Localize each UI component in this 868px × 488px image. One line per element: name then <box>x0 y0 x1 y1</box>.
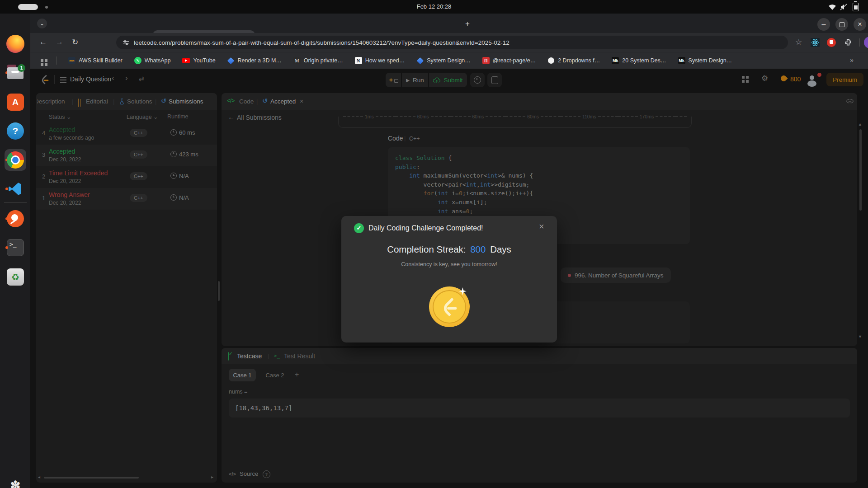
dialog-title: Daily Coding Challenge Completed! <box>368 224 483 232</box>
dialog-subtitle: Consistency is key, see you tomorrow! <box>341 261 557 267</box>
browser-tab-bar: ⌄ H Overview | Hostinger × Max Sum of a … <box>30 14 868 33</box>
bookmark-howwesped[interactable]: NHow we sped… <box>355 57 405 64</box>
leetcoin-logo <box>439 296 460 317</box>
mk-icon: Mk <box>678 57 685 64</box>
site-info-icon[interactable] <box>123 39 129 46</box>
dock-item-files[interactable]: 1 <box>5 62 26 84</box>
bookmark-sysdesign1[interactable]: System Design… <box>416 57 471 64</box>
react-devtools-icon[interactable] <box>811 38 820 47</box>
dialog-close-icon[interactable]: × <box>539 221 544 232</box>
browser-toolbar: ← → ↻ leetcode.com/problems/max-sum-of-a… <box>30 33 868 52</box>
youtube-icon <box>182 58 190 63</box>
volume-muted-icon[interactable] <box>840 3 848 11</box>
chrome-icon <box>7 151 24 169</box>
system-clock[interactable]: Feb 12 20:28 <box>0 0 868 14</box>
streak-dialog: Daily Coding Challenge Completed! × Comp… <box>341 216 557 343</box>
bookmark-whatsapp[interactable]: WhatsApp <box>134 57 171 64</box>
url-text: leetcode.com/problems/max-sum-of-a-pair-… <box>134 39 509 46</box>
window-close-button[interactable]: × <box>854 18 866 31</box>
terminal-icon: >_ <box>7 239 24 256</box>
forward-icon[interactable]: → <box>56 38 63 47</box>
tab-search-button[interactable]: ⌄ <box>37 19 47 28</box>
help-icon: ? <box>7 122 24 140</box>
notion-icon: N <box>355 57 362 64</box>
bookmark-origin[interactable]: MOrigin private… <box>293 57 343 64</box>
new-tab-button[interactable]: + <box>465 19 470 28</box>
back-icon[interactable]: ← <box>39 38 47 47</box>
show-apps-icon: ✽ <box>10 478 20 488</box>
toolbar-divider <box>859 38 860 47</box>
bookmark-aws[interactable]: awsAWS Skill Builder <box>68 57 123 64</box>
reload-icon[interactable]: ↻ <box>72 38 78 47</box>
system-top-bar: Feb 12 20:28 <box>0 0 868 14</box>
bookmarks-overflow-chevron[interactable]: » <box>850 56 854 64</box>
software-store-icon: A <box>7 94 24 111</box>
bookmark-sysdesign2[interactable]: MkSystem Design… <box>678 57 732 64</box>
dock-item-postman[interactable] <box>5 208 26 230</box>
screen: Feb 12 20:28 1 A ? <box>0 0 868 488</box>
apps-grid-icon[interactable] <box>41 59 43 62</box>
battery-icon[interactable] <box>853 3 859 11</box>
dock-item-terminal[interactable]: >_ <box>5 237 26 258</box>
url-bar[interactable]: leetcode.com/problems/max-sum-of-a-pair-… <box>116 36 788 49</box>
dock-divider <box>4 202 27 203</box>
extensions-puzzle-icon[interactable] <box>844 38 852 47</box>
dock-item-show-apps[interactable]: ✽ <box>5 474 26 488</box>
diamond-icon <box>416 57 424 64</box>
blocker-icon[interactable] <box>827 38 836 47</box>
streak-line: Completion Streak: 800 Days <box>341 244 557 255</box>
firefox-icon <box>6 35 24 53</box>
files-badge: 1 <box>18 64 25 72</box>
streak-value: 800 <box>468 244 487 254</box>
bookmark-reactpage[interactable]: П@react-page/e… <box>482 57 536 64</box>
window-minimize-button[interactable]: – <box>817 18 830 31</box>
profile-avatar[interactable]: A <box>864 37 868 48</box>
bookmark-20system[interactable]: Mk20 System Des… <box>612 57 666 64</box>
mk-icon: Mk <box>612 57 619 64</box>
leetcoin <box>429 286 470 327</box>
dock-item-vscode[interactable] <box>5 178 26 200</box>
bookmark-star-icon[interactable]: ☆ <box>795 38 802 47</box>
bookmark-dropdowns[interactable]: 2 Dropdowns f… <box>547 57 600 64</box>
postman-icon <box>7 210 24 227</box>
dock-item-software-store[interactable]: A <box>5 91 26 113</box>
trash-icon: ♻ <box>7 268 24 286</box>
battery-cap <box>854 1 857 2</box>
github-icon <box>547 57 555 64</box>
vscode-icon <box>8 181 23 197</box>
window-restore-button[interactable] <box>835 18 848 31</box>
bookmarks-divider <box>56 56 57 65</box>
bookmarks-bar: awsAWS Skill Builder WhatsApp YouTube Re… <box>30 52 868 69</box>
bookmark-render3d[interactable]: Render a 3D M… <box>227 57 282 64</box>
bookmark-youtube[interactable]: YouTube <box>182 57 215 64</box>
dock: 1 A ? >_ <box>0 14 31 488</box>
dock-item-chrome[interactable] <box>5 149 26 171</box>
react-page-icon: П <box>482 57 490 64</box>
medium-icon: M <box>293 57 301 64</box>
diamond-icon <box>227 57 235 64</box>
wifi-icon[interactable] <box>828 4 836 10</box>
success-check-icon <box>354 223 364 233</box>
dock-item-help[interactable]: ? <box>5 120 26 142</box>
files-icon: 1 <box>7 66 24 79</box>
aws-icon: aws <box>68 57 75 64</box>
dock-item-trash[interactable]: ♻ <box>5 266 26 288</box>
whatsapp-icon <box>134 57 142 64</box>
dock-item-firefox[interactable] <box>5 33 26 55</box>
